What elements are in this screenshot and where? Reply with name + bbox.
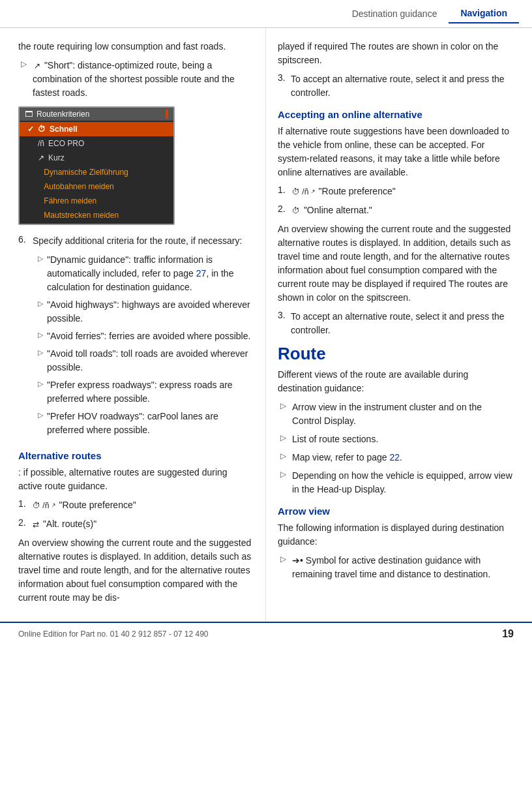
footer: Online Edition for Part no. 01 40 2 912 … <box>0 622 532 645</box>
footer-text: Online Edition for Part no. 01 40 2 912 … <box>18 629 209 639</box>
arrow-view-intro: The following information is displayed d… <box>278 521 514 549</box>
route-bullet-list: ▷ List of route sections. <box>278 432 514 446</box>
bullet-express-text: "Prefer express roadways": express roads… <box>47 378 254 406</box>
online-alt-heading: Accepting an online alternative <box>278 109 514 120</box>
online-step2-number: 2. <box>278 204 291 217</box>
menu-item-ecopro: ✓ /ñ ECO PRO <box>20 136 173 151</box>
right-step3: 3. To accept an alternative route, selec… <box>278 72 514 100</box>
arrow-view-bullet-text: ➔• Symbol for active destination guidanc… <box>292 554 514 581</box>
online-overview-text: An overview showing the current route an… <box>278 222 514 305</box>
arrow-view-bullet-icon: ▷ <box>280 554 289 581</box>
right-step3-number: 3. <box>278 72 291 100</box>
online-step1-content: ⏱ /ñ ↗ "Route preference" <box>291 185 514 198</box>
bullet-toll: ▷ "Avoid toll roads": toll roads are avo… <box>33 347 254 374</box>
intro-text: the route requiring low consumption and … <box>18 40 254 53</box>
online-step1-number: 1. <box>278 185 291 198</box>
tab-destination-guidance[interactable]: Destination guidance <box>340 5 449 23</box>
bullet-hov-text: "Prefer HOV roadways": carPool lanes are… <box>47 410 254 437</box>
left-column: the route requiring low consumption and … <box>0 28 266 622</box>
arrow-icon-toll: ▷ <box>38 347 47 374</box>
online-step2: 2. ⏱ "Online alternat." <box>278 204 514 217</box>
route-bullet-arrow-icon: ▷ <box>280 401 289 428</box>
route-bullet-hud-icon: ▷ <box>280 469 289 496</box>
route-bullet-hud-text: Depending on how the vehicle is equipped… <box>292 469 514 496</box>
route-bullet-map-icon: ▷ <box>280 451 289 464</box>
online-step3-content: To accept an alternative route, select i… <box>291 310 514 337</box>
route-bullet-arrow-text: Arrow view in the instrument cluster and… <box>292 401 514 428</box>
alt-step1-icons: ⏱ /ñ ↗ <box>33 500 55 511</box>
kurz-icon: ↗ <box>38 153 44 162</box>
online-step2-icon: ⏱ <box>292 205 300 217</box>
bullet-ferries: ▷ "Avoid ferries": ferries are avoided w… <box>33 329 254 343</box>
title-bar-accent <box>166 110 168 119</box>
alt-step1: 1. ⏱ /ñ ↗ "Route preference" <box>18 498 254 512</box>
bullet-arrow-icon: ▷ <box>21 59 30 100</box>
short-bullet-text: ↗ "Short": distance-optimized route, bei… <box>33 59 254 100</box>
alt-step1-content: ⏱ /ñ ↗ "Route preference" <box>31 498 254 512</box>
page-link-22[interactable]: 22 <box>389 452 400 462</box>
alt-route-icon: ⇄ <box>33 519 39 530</box>
arrow-view-bullet: ▷ ➔• Symbol for active destination guida… <box>278 554 514 581</box>
bullet-highways: ▷ "Avoid highways": highways are avoided… <box>33 298 254 326</box>
bullet-dynamic: ▷ "Dynamic guidance": traffic informatio… <box>33 253 254 294</box>
alt-step2-number: 2. <box>18 517 31 531</box>
menu-item-kurz: ✓ ↗ Kurz <box>20 151 173 165</box>
arrow-icon-highways: ▷ <box>38 298 47 326</box>
eco-icon: /ñ <box>38 139 44 148</box>
short-bullet-item: ▷ ↗ "Short": distance-optimized route, b… <box>18 59 254 100</box>
online-step1-icons: ⏱ /ñ ↗ <box>292 186 315 198</box>
arrow-icon-ferries: ▷ <box>38 329 47 343</box>
screenshot-title-text: Routenkriterien <box>37 110 89 119</box>
right-step3-content: To accept an alternative route, select i… <box>291 72 514 100</box>
bullet-dynamic-text: "Dynamic guidance": traffic information … <box>47 253 254 294</box>
screenshot-title-bar: 🗖 Routenkriterien <box>20 108 173 121</box>
played-text: played if required The routes are shown … <box>278 40 514 67</box>
bullet-hov: ▷ "Prefer HOV roadways": carPool lanes a… <box>33 410 254 437</box>
route-bullet-list-text: List of route sections. <box>292 432 514 446</box>
header: Destination guidance Navigation <box>0 0 532 28</box>
online-step3-number: 3. <box>278 310 291 337</box>
arrow-icon-express: ▷ <box>38 378 47 406</box>
step6-number: 6. <box>18 234 33 441</box>
route-bullet-list-icon: ▷ <box>280 432 289 446</box>
bullet-toll-text: "Avoid toll roads": toll roads are avoid… <box>47 347 254 374</box>
route-bullet-map: ▷ Map view, refer to page 22. <box>278 451 514 464</box>
bullet-ferries-text: "Avoid ferries": ferries are avoided whe… <box>47 329 254 343</box>
online-step1: 1. ⏱ /ñ ↗ "Route preference" <box>278 185 514 198</box>
route-bullet-arrow-view: ▷ Arrow view in the instrument cluster a… <box>278 401 514 428</box>
right-column: played if required The routes are shown … <box>266 28 532 622</box>
page-link-27[interactable]: 27 <box>196 268 207 279</box>
menu-item-fahren: ✓ x Fähren meiden <box>20 194 173 208</box>
alt-intro-text: : if possible, alternative routes are su… <box>18 466 254 493</box>
screenshot-box: 🗖 Routenkriterien ✓ ⏱ Schnell ✓ /ñ ECO P… <box>18 106 175 225</box>
route-bullet-map-text: Map view, refer to page 22. <box>292 451 514 464</box>
step6-content: Specify additional criteria for the rout… <box>33 234 254 441</box>
alt-routes-heading: Alternative routes <box>18 450 254 461</box>
menu-item-autobahnen: ✓ x Autobahnen meiden <box>20 179 173 194</box>
alt-step2: 2. ⇄ "Alt. route(s)" <box>18 517 254 531</box>
menu-item-schnell: ✓ ⏱ Schnell <box>20 122 173 136</box>
footer-page-number: 19 <box>502 628 514 640</box>
tab-navigation[interactable]: Navigation <box>449 4 519 23</box>
content-wrapper: the route requiring low consumption and … <box>0 28 532 622</box>
bullet-express: ▷ "Prefer express roadways": express roa… <box>33 378 254 406</box>
alt-step1-number: 1. <box>18 498 31 512</box>
alt-routes-section: Alternative routes : if possible, altern… <box>18 450 254 605</box>
route-intro: Different views of the route are availab… <box>278 368 514 395</box>
schnell-icon: ⏱ <box>38 125 46 134</box>
menu-item-dynamic: ✓ x Dynamische Zielführung <box>20 165 173 179</box>
check-icon: ✓ <box>27 125 34 134</box>
alt-step2-content: ⇄ "Alt. route(s)" <box>31 517 254 531</box>
screenshot-menu: ✓ ⏱ Schnell ✓ /ñ ECO PRO ✓ ↗ Kurz ✓ x Dy… <box>20 121 173 224</box>
screenshot-title-icon: 🗖 <box>25 110 33 119</box>
online-step3: 3. To accept an alternative route, selec… <box>278 310 514 337</box>
bullet-highways-text: "Avoid highways": highways are avoided w… <box>47 298 254 326</box>
short-route-icon: ↗ <box>34 60 40 72</box>
route-heading: Route <box>278 344 514 364</box>
alt-overview-text: An overview showing the current route an… <box>18 536 254 605</box>
step6-container: 6. Specify additional criteria for the r… <box>18 234 254 441</box>
arrow-icon-hov: ▷ <box>38 410 47 437</box>
arrow-icon-dynamic: ▷ <box>38 253 47 294</box>
online-step2-content: ⏱ "Online alternat." <box>291 204 514 217</box>
arrow-view-heading: Arrow view <box>278 506 514 517</box>
